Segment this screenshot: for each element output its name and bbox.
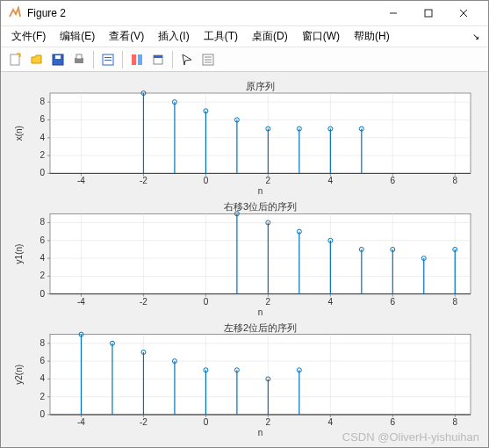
print-button[interactable] [69,50,89,69]
svg-text:8: 8 [40,338,45,348]
svg-text:4: 4 [40,133,45,142]
minimize-button[interactable] [376,1,411,25]
menu-edit[interactable]: 编辑(E) [54,27,100,46]
svg-text:0: 0 [40,168,45,177]
menu-overflow-icon[interactable]: ↘ [472,32,483,41]
save-button[interactable] [48,50,68,69]
plots-svg: -4-20246802468原序列nx(n)-4-20246802468右移3位… [6,79,483,441]
svg-text:x(n): x(n) [14,126,24,141]
close-button[interactable] [446,1,481,25]
svg-text:-2: -2 [140,297,147,307]
svg-text:2: 2 [266,297,271,307]
svg-text:-4: -4 [77,417,85,427]
svg-text:原序列: 原序列 [246,81,275,91]
insert-colorbar-button[interactable] [148,50,168,69]
svg-text:2: 2 [40,392,45,401]
svg-text:n: n [258,186,263,196]
titlebar[interactable]: Figure 2 [1,1,488,26]
svg-text:6: 6 [40,235,45,245]
svg-text:2: 2 [40,271,45,280]
maximize-button[interactable] [411,1,446,25]
svg-rect-13 [138,54,142,65]
svg-text:左移2位后的序列: 左移2位后的序列 [224,322,297,333]
svg-text:-2: -2 [140,417,147,427]
svg-rect-10 [104,57,111,58]
svg-rect-11 [104,60,111,61]
svg-text:4: 4 [40,253,45,263]
edit-plot-button[interactable] [177,50,197,69]
svg-text:n: n [258,428,263,437]
svg-text:6: 6 [391,417,396,427]
svg-rect-77 [50,213,471,293]
svg-text:0: 0 [40,409,45,419]
svg-rect-6 [55,55,61,59]
figure-area[interactable]: -4-20246802468原序列nx(n)-4-20246802468右移3位… [1,72,488,447]
print-preview-button[interactable] [98,50,118,69]
menubar: 文件(F) 编辑(E) 查看(V) 插入(I) 工具(T) 桌面(D) 窗口(W… [1,26,488,47]
svg-text:6: 6 [40,114,45,124]
new-figure-button[interactable] [6,50,25,69]
menu-view[interactable]: 查看(V) [104,27,149,46]
menu-help[interactable]: 帮助(H) [349,27,395,46]
svg-text:n: n [258,307,263,317]
open-property-inspector-button[interactable] [198,50,218,69]
svg-text:8: 8 [452,297,457,307]
svg-rect-8 [76,54,82,59]
svg-rect-4 [11,54,19,65]
window-buttons [376,1,481,25]
window-title: Figure 2 [27,7,376,19]
menu-file[interactable]: 文件(F) [6,27,51,46]
svg-text:2: 2 [266,176,271,185]
svg-text:-4: -4 [77,297,85,307]
svg-text:y1(n): y1(n) [14,244,24,264]
svg-rect-134 [50,335,471,415]
svg-text:4: 4 [328,297,334,307]
figure-window: Figure 2 文件(F) 编辑(E) 查看(V) 插入(I) 工具(T) 桌… [0,0,489,448]
svg-text:4: 4 [328,417,334,427]
svg-text:8: 8 [452,176,457,185]
toolbar [1,47,488,72]
menu-insert[interactable]: 插入(I) [153,27,194,46]
svg-text:6: 6 [391,297,396,307]
matlab-icon [8,6,22,20]
svg-text:y2(n): y2(n) [14,365,24,385]
svg-text:8: 8 [40,217,45,227]
svg-text:8: 8 [40,97,45,106]
svg-text:-4: -4 [77,176,85,185]
menu-window[interactable]: 窗口(W) [297,27,345,46]
svg-text:-2: -2 [140,176,147,185]
menu-tools[interactable]: 工具(T) [198,27,243,46]
svg-text:0: 0 [204,417,209,427]
svg-text:4: 4 [40,373,45,383]
svg-text:8: 8 [452,417,457,427]
svg-text:0: 0 [40,289,45,299]
open-button[interactable] [27,50,47,69]
svg-text:2: 2 [266,417,271,427]
svg-text:0: 0 [204,176,209,185]
svg-rect-12 [132,54,136,65]
svg-rect-20 [50,93,471,173]
menu-desktop[interactable]: 桌面(D) [247,27,293,46]
svg-rect-1 [425,10,432,17]
svg-text:0: 0 [204,297,209,307]
svg-rect-15 [154,55,162,58]
svg-text:6: 6 [40,356,45,365]
svg-text:4: 4 [328,176,334,185]
svg-text:6: 6 [391,176,396,185]
link-plot-button[interactable] [127,50,147,69]
svg-text:右移3位后的序列: 右移3位后的序列 [224,201,297,212]
svg-text:2: 2 [40,150,45,160]
